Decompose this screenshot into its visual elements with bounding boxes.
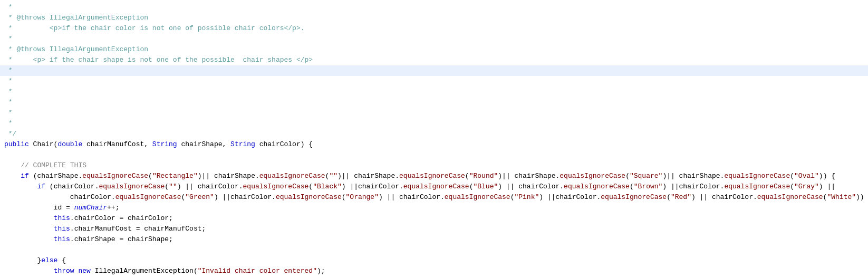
code-editor: * * @throws IllegalArgumentException * <… — [0, 0, 868, 277]
code-line: * @throws IllegalArgumentException — [0, 13, 868, 23]
code-line: this.chairColor = chairColor; — [0, 213, 868, 224]
code-text: * @throws IllegalArgumentException — [4, 44, 148, 55]
code-line: this.chairShape = chairShape; — [0, 234, 868, 245]
code-text: this.chairManufCost = chairManufCost; — [4, 224, 206, 234]
code-text: */ — [4, 129, 16, 139]
code-line: * — [0, 118, 868, 129]
code-text: * — [4, 34, 13, 44]
code-line: * @throws IllegalArgumentException — [0, 44, 868, 55]
code-text: this.chairColor = chairColor; — [4, 213, 173, 224]
code-line-highlighted: * — [0, 65, 868, 76]
code-text: id = numChair++; — [4, 203, 119, 213]
code-text — [4, 245, 8, 255]
code-line: throw new IllegalArgumentException("Inva… — [0, 266, 868, 276]
code-text: * — [4, 108, 13, 118]
code-line: if (chairShape.equalsIgnoreCase("Rectang… — [0, 171, 868, 182]
code-line: * — [0, 87, 868, 97]
code-text: * — [4, 2, 13, 13]
code-line: * <p> if the chair shape is not one of t… — [0, 55, 868, 65]
code-text — [4, 150, 8, 160]
code-text: * — [4, 118, 13, 129]
code-line: * — [0, 2, 868, 13]
code-text: * <p> if the chair shape is not one of t… — [4, 55, 313, 65]
code-line: public Chair(double chairManufCost, Stri… — [0, 139, 868, 150]
code-text: * — [4, 97, 13, 108]
code-line: * — [0, 34, 868, 44]
code-line: * — [0, 97, 868, 108]
code-text: * @throws IllegalArgumentException — [4, 13, 148, 23]
code-line: */ — [0, 129, 868, 139]
code-text: // COMPLETE THIS — [4, 160, 86, 171]
code-text: }else { — [4, 255, 66, 266]
code-text: if (chairColor.equalsIgnoreCase("") || c… — [4, 182, 835, 192]
code-line: }else { — [0, 255, 868, 266]
code-line: * — [0, 108, 868, 118]
code-line: id = numChair++; — [0, 203, 868, 213]
code-text: * — [4, 65, 13, 76]
code-line: chairColor.equalsIgnoreCase("Green") ||c… — [0, 192, 868, 203]
code-line: * — [0, 76, 868, 87]
code-text: this.chairShape = chairShape; — [4, 234, 173, 245]
code-text: * — [4, 76, 13, 87]
code-text: * <p>if the chair color is not one of po… — [4, 23, 305, 34]
code-line: // COMPLETE THIS — [0, 160, 868, 171]
code-text: chairColor.equalsIgnoreCase("Green") ||c… — [4, 192, 868, 203]
code-line: if (chairColor.equalsIgnoreCase("") || c… — [0, 182, 868, 192]
code-line: * <p>if the chair color is not one of po… — [0, 23, 868, 34]
code-text: throw new IllegalArgumentException("Inva… — [4, 266, 325, 276]
code-text: if (chairShape.equalsIgnoreCase("Rectang… — [4, 171, 835, 182]
code-line: this.chairManufCost = chairManufCost; — [0, 224, 868, 234]
code-line — [0, 150, 868, 160]
code-text: public Chair(double chairManufCost, Stri… — [4, 139, 313, 150]
code-line — [0, 245, 868, 255]
code-text: * — [4, 87, 13, 97]
